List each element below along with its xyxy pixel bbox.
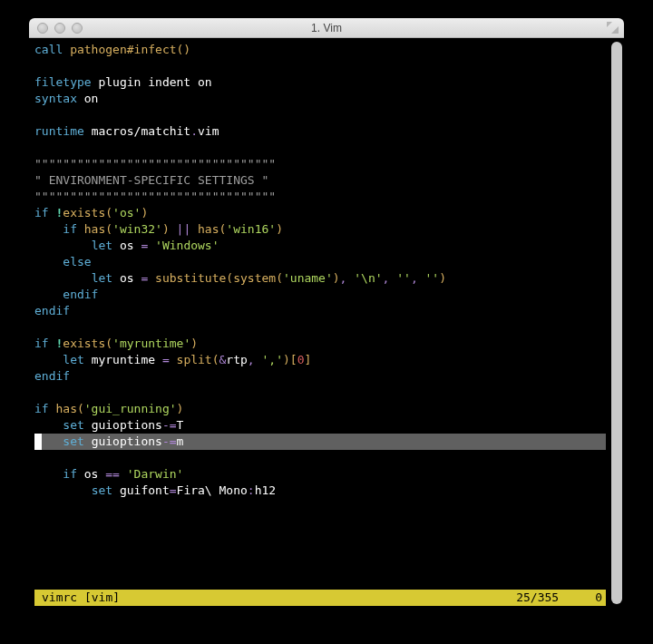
code-line[interactable]: if os == 'Darwin' xyxy=(34,466,619,483)
code-line[interactable]: let myruntime = split(&rtp, ',')[0] xyxy=(34,352,619,368)
window-title: 1. Vim xyxy=(29,22,624,34)
cursor-block xyxy=(34,434,42,450)
status-bar: vimrc [vim] 25/355 0 xyxy=(34,590,606,606)
code-line[interactable]: endif xyxy=(34,287,619,303)
code-line[interactable]: set guioptions-=m xyxy=(34,434,619,450)
terminal-window: 1. Vim call pathogen#infect() filetype p… xyxy=(29,18,624,626)
close-icon[interactable] xyxy=(37,23,48,34)
status-filename: vimrc [vim] xyxy=(42,590,120,606)
code-line[interactable]: endif xyxy=(34,303,619,319)
code-area[interactable]: call pathogen#infect() filetype plugin i… xyxy=(29,38,624,499)
status-position: 25/355 xyxy=(516,590,595,606)
code-line[interactable]: filetype plugin indent on xyxy=(34,74,619,91)
code-line[interactable] xyxy=(34,58,619,74)
minimize-icon[interactable] xyxy=(54,23,65,34)
code-line[interactable]: if !exists('os') xyxy=(34,205,619,221)
code-line[interactable]: call pathogen#infect() xyxy=(34,42,619,58)
code-line[interactable]: " ENVIRONMENT-SPECIFIC SETTINGS " xyxy=(34,172,619,189)
code-line[interactable] xyxy=(34,140,619,156)
code-line[interactable]: set guioptions-=T xyxy=(34,417,619,434)
code-line[interactable]: else xyxy=(34,254,619,270)
code-line[interactable]: """""""""""""""""""""""""""""""""" xyxy=(34,156,619,172)
code-line[interactable]: syntax on xyxy=(34,91,619,107)
code-line[interactable]: let os = substitute(system('uname'), '\n… xyxy=(34,270,619,287)
code-line[interactable]: if !exists('myruntime') xyxy=(34,336,619,352)
status-column: 0 xyxy=(595,590,602,606)
traffic-lights xyxy=(29,23,83,34)
code-line[interactable] xyxy=(34,107,619,123)
code-line[interactable] xyxy=(34,319,619,336)
fullscreen-icon[interactable] xyxy=(607,22,619,34)
code-line[interactable]: if has('gui_running') xyxy=(34,401,619,417)
code-line[interactable]: """""""""""""""""""""""""""""""""" xyxy=(34,189,619,205)
code-line[interactable] xyxy=(34,385,619,401)
editor-viewport[interactable]: call pathogen#infect() filetype plugin i… xyxy=(29,38,624,626)
code-line[interactable]: if has('win32') || has('win16') xyxy=(34,221,619,238)
code-line[interactable]: endif xyxy=(34,368,619,385)
code-line[interactable]: set guifont=Fira\ Mono:h12 xyxy=(34,483,619,499)
code-line[interactable]: runtime macros/matchit.vim xyxy=(34,123,619,140)
code-line[interactable] xyxy=(34,450,619,466)
code-line[interactable]: let os = 'Windows' xyxy=(34,238,619,254)
zoom-icon[interactable] xyxy=(72,23,83,34)
window-titlebar[interactable]: 1. Vim xyxy=(29,18,624,38)
